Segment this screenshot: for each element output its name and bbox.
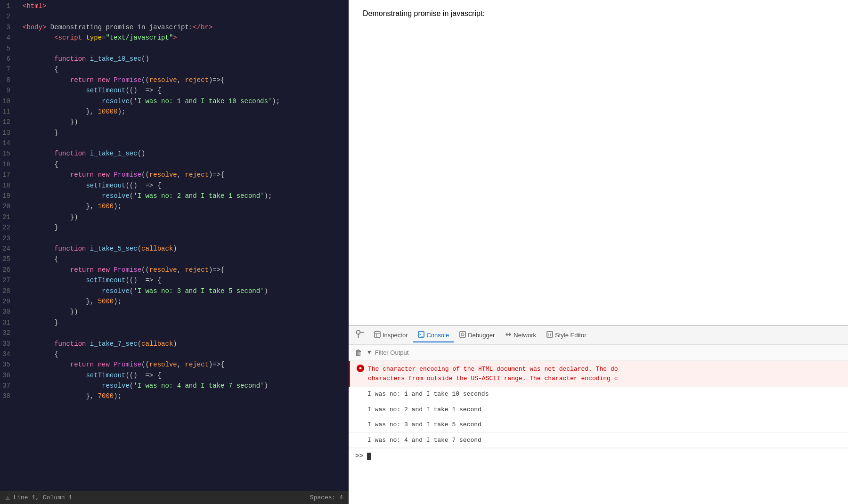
console-log-entry: I was no: 1 and I take 10 seconds bbox=[349, 387, 848, 402]
devtools: Inspector >_ Console Debugger bbox=[349, 325, 848, 504]
code-content[interactable]: <html> <body> Demonstrating promise in j… bbox=[18, 0, 349, 491]
editor-panel: 1234567891011121314151617181920212223242… bbox=[0, 0, 349, 504]
console-label: Console bbox=[426, 332, 449, 339]
browser-content: Demonstrating promise in javascript: bbox=[349, 0, 848, 325]
network-label: Network bbox=[514, 332, 536, 339]
svg-text:{}: {} bbox=[547, 333, 551, 337]
debugger-icon bbox=[459, 331, 466, 339]
status-spaces: Spaces: 4 bbox=[310, 494, 343, 501]
clear-console-button[interactable]: 🗑 bbox=[353, 347, 364, 358]
tab-debugger[interactable]: Debugger bbox=[455, 329, 499, 342]
svg-point-10 bbox=[461, 333, 464, 336]
svg-rect-0 bbox=[357, 331, 360, 334]
console-input-row[interactable]: >> bbox=[349, 448, 848, 463]
error-text: The character encoding of the HTML docum… bbox=[368, 365, 618, 383]
error-icon: ● bbox=[357, 365, 364, 372]
status-icon: ⚠ Line 1, Column 1 bbox=[6, 494, 72, 502]
style-editor-icon: {} bbox=[546, 331, 553, 339]
main-container: 1234567891011121314151617181920212223242… bbox=[0, 0, 848, 504]
tab-inspector[interactable]: Inspector bbox=[369, 329, 412, 342]
console-icon: >_ bbox=[418, 331, 424, 339]
status-position: Line 1, Column 1 bbox=[13, 494, 72, 501]
console-logs-container: I was no: 1 and I take 10 secondsI was n… bbox=[349, 387, 848, 448]
console-log-entry: I was no: 4 and I take 7 second bbox=[349, 433, 848, 448]
inspector-label: Inspector bbox=[383, 332, 408, 339]
svg-text:>_: >_ bbox=[419, 333, 424, 337]
console-filter-bar: 🗑 ▼ bbox=[349, 345, 848, 361]
pick-element-button[interactable] bbox=[352, 328, 368, 343]
code-area: 1234567891011121314151617181920212223242… bbox=[0, 0, 349, 491]
filter-input[interactable] bbox=[375, 349, 843, 356]
console-prompt: >> bbox=[355, 452, 363, 460]
style-editor-label: Style Editor bbox=[555, 332, 586, 339]
filter-icon: ▼ bbox=[367, 349, 371, 356]
console-log-entry: I was no: 3 and I take 5 second bbox=[349, 417, 848, 433]
console-log-entry: I was no: 2 and I take 1 second bbox=[349, 402, 848, 418]
tab-console[interactable]: >_ Console bbox=[413, 329, 454, 342]
console-cursor bbox=[367, 453, 371, 460]
tab-network[interactable]: Network bbox=[500, 329, 541, 342]
network-icon bbox=[505, 331, 512, 339]
debugger-label: Debugger bbox=[468, 332, 495, 339]
svg-rect-4 bbox=[375, 332, 380, 337]
warning-icon: ⚠ bbox=[6, 494, 9, 502]
status-bar: ⚠ Line 1, Column 1 Spaces: 4 bbox=[0, 491, 349, 504]
line-numbers: 1234567891011121314151617181920212223242… bbox=[0, 0, 18, 491]
devtools-toolbar: Inspector >_ Console Debugger bbox=[349, 326, 848, 345]
inspector-icon bbox=[374, 331, 381, 339]
page-heading: Demonstrating promise in javascript: bbox=[363, 9, 834, 18]
browser-panel: Demonstrating promise in javascript: bbox=[349, 0, 848, 504]
console-error-message: ● The character encoding of the HTML doc… bbox=[349, 361, 848, 387]
console-output: 🗑 ▼ ● The character encoding of the HTML… bbox=[349, 345, 848, 504]
tab-style-editor[interactable]: {} Style Editor bbox=[542, 329, 591, 342]
svg-rect-9 bbox=[460, 332, 465, 337]
